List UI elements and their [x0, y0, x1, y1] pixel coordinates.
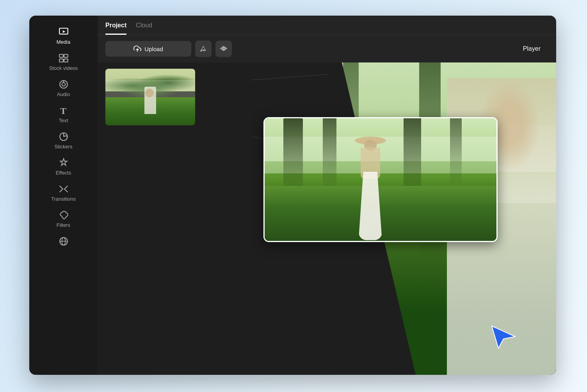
text-icon: T [58, 105, 69, 116]
sidebar-item-transitions[interactable]: Transitions [29, 180, 98, 206]
svg-marker-21 [492, 326, 515, 348]
upload-button[interactable]: Upload [105, 41, 191, 57]
player-label: Player [523, 45, 541, 52]
sidebar-item-label-media: Media [57, 39, 70, 45]
toolbar: Upload Player [98, 35, 556, 62]
svg-rect-5 [64, 59, 68, 62]
transitions-icon [58, 184, 69, 194]
sidebar-item-label-transitions: Transitions [51, 196, 76, 202]
main-content: Project Cloud Upload [98, 16, 556, 375]
google-drive-icon [199, 45, 207, 53]
filters-icon [58, 210, 69, 221]
sidebar-item-audio[interactable]: Audio [29, 75, 98, 101]
media-grid [105, 69, 195, 125]
sidebar-item-label-effects: Effects [56, 170, 71, 176]
sidebar-item-label-stock: Stock videos [49, 65, 78, 71]
dropbox-icon [220, 45, 228, 53]
sidebar-item-label-audio: Audio [57, 91, 70, 97]
google-drive-button[interactable] [195, 41, 212, 57]
upload-label: Upload [144, 46, 163, 52]
audio-icon [58, 79, 69, 90]
media-thumbnail[interactable] [105, 69, 195, 125]
player-panel [252, 62, 556, 375]
sidebar: Media Stock videos [29, 16, 98, 375]
tab-cloud[interactable]: Cloud [136, 22, 152, 35]
upload-icon [133, 45, 141, 53]
svg-text:T: T [60, 106, 66, 116]
player-zoom-panel [263, 117, 498, 242]
sidebar-item-label-stickers: Stickers [54, 144, 72, 150]
app-container: Media Stock videos [29, 16, 556, 375]
svg-rect-4 [59, 59, 63, 62]
svg-point-7 [62, 83, 65, 86]
media-icon [58, 27, 69, 37]
sidebar-item-stickers[interactable]: Stickers [29, 127, 98, 153]
media-area [98, 62, 556, 375]
svg-marker-1 [62, 30, 65, 33]
svg-rect-3 [64, 54, 68, 57]
sidebar-item-effects[interactable]: Effects [29, 153, 98, 180]
sidebar-item-stock-videos[interactable]: Stock videos [29, 49, 98, 75]
sidebar-item-text[interactable]: T Text [29, 101, 98, 127]
cursor-arrow [490, 324, 517, 349]
globe-icon [58, 236, 69, 247]
sidebar-item-3d[interactable] [29, 232, 98, 251]
sidebar-item-label-filters: Filters [57, 222, 70, 228]
top-tabs: Project Cloud [98, 16, 556, 35]
stock-videos-icon [58, 53, 69, 64]
svg-rect-2 [59, 54, 63, 57]
effects-icon [58, 157, 69, 168]
tab-project[interactable]: Project [105, 22, 126, 35]
sidebar-item-label-text: Text [59, 118, 68, 123]
dropbox-button[interactable] [215, 41, 232, 57]
sidebar-item-media[interactable]: Media [29, 20, 98, 49]
sidebar-item-filters[interactable]: Filters [29, 206, 98, 232]
stickers-icon [58, 131, 69, 142]
